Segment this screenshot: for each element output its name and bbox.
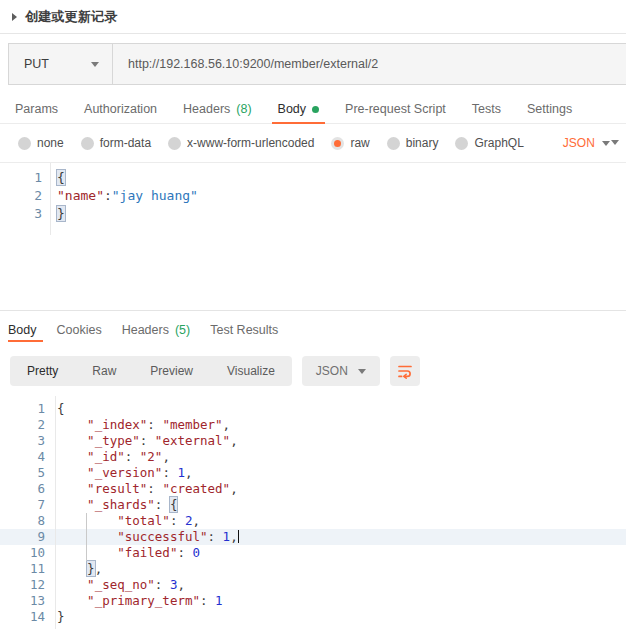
token-ws <box>57 529 117 544</box>
overflow-chevron-icon[interactable] <box>611 140 619 145</box>
token-hl: } <box>57 206 65 221</box>
token-punc: : <box>208 529 223 544</box>
body-mode-GraphQL[interactable]: GraphQL <box>455 136 523 150</box>
token-punc: : <box>147 417 162 432</box>
code-text: "_shards": { <box>45 497 626 513</box>
code-line-5[interactable]: 5 "_version": 1, <box>0 465 626 481</box>
code-text: } <box>42 205 626 223</box>
body-mode-x-www-form-urlencoded[interactable]: x-www-form-urlencoded <box>168 136 314 150</box>
token-punc: , <box>230 481 238 496</box>
line-number: 13 <box>0 593 45 609</box>
line-number: 9 <box>0 529 45 545</box>
code-text: "name":"jay huang" <box>42 187 626 205</box>
token-punc: , <box>177 577 185 592</box>
token-key: "failed" <box>117 545 177 560</box>
tab-label: Body <box>278 102 307 116</box>
code-line-8[interactable]: 8 "total": 2, <box>0 513 626 529</box>
code-line-13[interactable]: 13 "_primary_term": 1 <box>0 593 626 609</box>
method-dropdown[interactable]: PUT <box>9 44 113 84</box>
code-line-2[interactable]: 2 "_index": "member", <box>0 417 626 433</box>
token-punc: : <box>162 465 177 480</box>
line-number: 7 <box>0 497 45 513</box>
body-mode-raw[interactable]: raw <box>331 136 369 150</box>
code-line-14[interactable]: 14} <box>0 609 626 625</box>
tab-authorization[interactable]: Authorization <box>71 95 170 123</box>
token-num: 0 <box>193 545 201 560</box>
wrap-lines-button[interactable] <box>390 356 420 386</box>
mode-label: none <box>37 136 64 150</box>
gutter-separator <box>50 163 51 235</box>
line-number: 1 <box>0 401 45 417</box>
indent-guide <box>86 513 87 561</box>
token-punc: , <box>95 561 103 576</box>
mode-label: GraphQL <box>474 136 523 150</box>
unsaved-dot-icon <box>312 106 319 113</box>
format-label: JSON <box>316 364 348 378</box>
response-body-editor[interactable]: 1{2 "_index": "member",3 "_type": "exter… <box>0 396 626 629</box>
line-number: 2 <box>0 187 42 205</box>
view-preview[interactable]: Preview <box>133 356 210 386</box>
view-pretty[interactable]: Pretty <box>10 356 75 386</box>
radio-icon <box>168 137 181 150</box>
body-mode-options: noneform-datax-www-form-urlencodedrawbin… <box>18 136 524 150</box>
line-number: 4 <box>0 449 45 465</box>
url-input[interactable]: http://192.168.56.10:9200/member/externa… <box>113 44 626 84</box>
token-rstr: "created" <box>162 481 230 496</box>
view-raw[interactable]: Raw <box>75 356 133 386</box>
code-line-1[interactable]: 1{ <box>0 169 626 187</box>
code-text: { <box>42 169 626 187</box>
code-line-2[interactable]: 2"name":"jay huang" <box>0 187 626 205</box>
token-key: "name" <box>57 188 104 203</box>
token-punc: , <box>162 449 170 464</box>
mode-label: raw <box>350 136 369 150</box>
chevron-down-icon <box>91 62 99 67</box>
tab-label: Tests <box>472 102 501 116</box>
tab-label: Body <box>8 323 37 337</box>
tab-label: Test Results <box>210 323 278 337</box>
code-line-4[interactable]: 4 "_id": "2", <box>0 449 626 465</box>
token-num: 1 <box>177 465 185 480</box>
tab-headers[interactable]: Headers(8) <box>170 95 265 123</box>
response-tab-cookies[interactable]: Cookies <box>47 311 112 348</box>
tab-pre-request-script[interactable]: Pre-request Script <box>332 95 459 123</box>
response-tab-test-results[interactable]: Test Results <box>200 311 288 348</box>
language-dropdown[interactable]: JSON <box>563 136 610 150</box>
tab-label: Settings <box>527 102 572 116</box>
body-mode-none[interactable]: none <box>18 136 64 150</box>
token-hl: { <box>170 497 178 512</box>
code-line-1[interactable]: 1{ <box>0 401 626 417</box>
code-line-7[interactable]: 7 "_shards": { <box>0 497 626 513</box>
token-key: "_index" <box>87 417 147 432</box>
wrap-text-icon <box>397 363 413 379</box>
token-punc: : <box>125 449 140 464</box>
token-ws <box>57 593 87 608</box>
code-line-3[interactable]: 3} <box>0 205 626 223</box>
request-body-editor[interactable]: 1{2"name":"jay huang"3} <box>0 163 626 241</box>
format-dropdown[interactable]: JSON <box>302 356 380 386</box>
line-number: 1 <box>0 169 42 187</box>
language-label: JSON <box>563 136 595 150</box>
view-visualize[interactable]: Visualize <box>210 356 292 386</box>
code-line-10[interactable]: 10 "failed": 0 <box>0 545 626 561</box>
response-tab-headers[interactable]: Headers(5) <box>112 311 201 348</box>
radio-icon <box>18 137 31 150</box>
body-mode-binary[interactable]: binary <box>387 136 439 150</box>
tab-params[interactable]: Params <box>2 95 71 123</box>
collapse-arrow-icon[interactable] <box>12 13 17 21</box>
code-line-11[interactable]: 11 }, <box>0 561 626 577</box>
response-tab-body[interactable]: Body <box>8 311 47 348</box>
tab-label: Headers <box>122 323 169 337</box>
tab-body[interactable]: Body <box>265 95 333 123</box>
token-hl: { <box>57 170 65 185</box>
mode-label: binary <box>406 136 439 150</box>
line-number: 12 <box>0 577 45 593</box>
code-line-6[interactable]: 6 "result": "created", <box>0 481 626 497</box>
code-line-12[interactable]: 12 "_seq_no": 3, <box>0 577 626 593</box>
body-mode-form-data[interactable]: form-data <box>81 136 151 150</box>
code-line-9[interactable]: 9 "successful": 1, <box>0 529 626 545</box>
tab-tests[interactable]: Tests <box>459 95 514 123</box>
code-line-3[interactable]: 3 "_type": "external", <box>0 433 626 449</box>
code-text: } <box>45 609 626 625</box>
tab-settings[interactable]: Settings <box>514 95 585 123</box>
token-punc: : <box>170 513 185 528</box>
